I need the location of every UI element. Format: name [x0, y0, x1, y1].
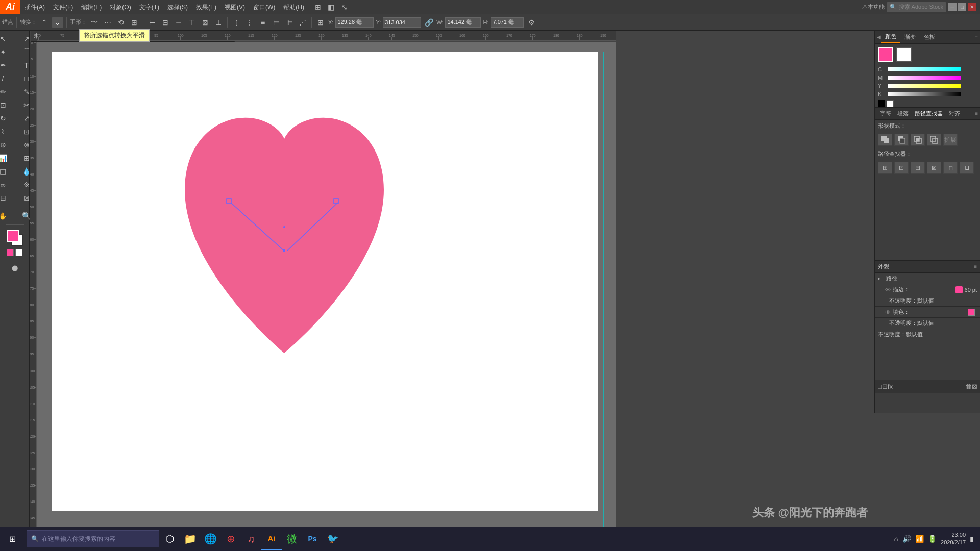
taskbar-music[interactable]: ♫ [241, 528, 261, 550]
exclude-btn[interactable] [927, 134, 941, 146]
maximize-btn[interactable]: □ [958, 3, 966, 11]
y-input[interactable] [383, 17, 421, 28]
menu-select[interactable]: 选择(S) [163, 0, 192, 14]
paintbrush-tool[interactable]: ✏ [0, 86, 14, 98]
taskbar-360[interactable]: ⊕ [220, 528, 241, 550]
panel-collapse-left[interactable]: ◀ [877, 34, 881, 40]
artboard-tool[interactable]: ⊟ [0, 192, 14, 204]
m-slider[interactable] [888, 76, 961, 80]
ap-new-icon[interactable]: □ [878, 383, 882, 390]
gradient-tool[interactable]: ◫ [0, 165, 14, 178]
win-search-box[interactable]: 🔍 在这里输入你要搜索的内容 [27, 530, 159, 547]
ap-fill-eye-icon[interactable]: 👁 [885, 309, 891, 315]
menu-effect[interactable]: 效果(E) [192, 0, 220, 14]
close-btn[interactable]: ✕ [968, 3, 976, 11]
active-stroke-swatch[interactable] [896, 47, 912, 62]
tab-char[interactable]: 字符 [877, 108, 894, 119]
ap-menu-icon[interactable]: ≡ [974, 264, 977, 269]
win-start-button[interactable]: ⊞ [0, 527, 24, 551]
sys-icon-battery[interactable]: 🔋 [928, 535, 937, 543]
ap-copy-icon[interactable]: ⊡ [882, 383, 888, 390]
w-input[interactable] [445, 17, 481, 28]
h-input[interactable] [491, 17, 524, 28]
color-mode-btn[interactable]: ⬤ [4, 262, 26, 274]
distribute-h-icon[interactable]: ⫿ [231, 17, 242, 28]
x-input[interactable] [335, 17, 374, 28]
menu-type[interactable]: 文字(T) [135, 0, 163, 14]
trim-btn[interactable]: ⊡ [894, 162, 909, 174]
blend-tool[interactable]: ∞ [0, 179, 14, 191]
tab-para[interactable]: 段落 [894, 108, 912, 119]
hand-tool[interactable]: ✋ [0, 210, 14, 222]
tab-color[interactable]: 颜色 [881, 31, 900, 43]
tab-swatches[interactable]: 色板 [920, 31, 939, 43]
ap-fill-color-dot[interactable] [968, 309, 975, 316]
minimize-btn[interactable]: ─ [948, 3, 957, 11]
menu-plugin[interactable]: 插件(A) [20, 0, 49, 14]
merge-btn[interactable]: ⊟ [911, 162, 925, 174]
menu-view[interactable]: 视图(V) [220, 0, 249, 14]
sys-icon-wifi[interactable]: 📶 [915, 535, 924, 543]
align-right-icon[interactable]: ⊣ [173, 17, 184, 28]
fill-indicator[interactable] [7, 230, 19, 242]
canvas-area[interactable] [37, 42, 616, 536]
minus-back-btn[interactable]: ⊔ [960, 162, 974, 174]
crop-btn[interactable]: ⊠ [927, 162, 941, 174]
menu-edit[interactable]: 编辑(E) [77, 0, 106, 14]
divide-btn[interactable]: ⊞ [878, 162, 892, 174]
taskbar-edge[interactable]: 🌐 [200, 528, 220, 550]
taskbar-photoshop[interactable]: Ps [302, 528, 323, 550]
stock-search[interactable]: 🔍 搜索 Adobe Stock [887, 2, 946, 12]
ap-delete-icon[interactable]: 🗑 [965, 383, 972, 390]
swatch-black[interactable] [878, 100, 885, 107]
menu-object[interactable]: 对象(O) [106, 0, 135, 14]
swatch-white[interactable] [887, 100, 894, 107]
tab-pathfinder[interactable]: 路径查找器 [912, 108, 946, 119]
distribute-v-icon[interactable]: ≡ [257, 17, 268, 28]
distribute-icon3[interactable]: ⊫ [284, 17, 295, 28]
arrangement-icon[interactable]: ⊞ [312, 2, 324, 13]
ap-eye2-icon[interactable]: fx [888, 383, 893, 390]
background-color[interactable] [15, 249, 22, 256]
handle-icon2[interactable]: ⟲ [115, 17, 127, 28]
align-bottom-icon[interactable]: ⊥ [213, 17, 224, 28]
expand-btn[interactable]: 扩展 [943, 134, 958, 146]
transform-options-icon[interactable]: ⚙ [526, 17, 537, 28]
column-graph-tool[interactable]: 📊 [0, 152, 14, 164]
magic-wand-tool[interactable]: ✦ [0, 46, 14, 58]
minus-front-btn[interactable] [894, 134, 909, 146]
sys-icon-2[interactable]: 🔊 [902, 535, 911, 543]
fill-stroke-control[interactable] [7, 230, 23, 246]
taskbar-explorer[interactable]: 📁 [180, 528, 200, 550]
transform-icon[interactable]: ⤡ [339, 2, 350, 13]
distribute-icon2[interactable]: ⊨ [271, 17, 282, 28]
eraser-tool[interactable]: ⊡ [0, 99, 14, 111]
outline-btn[interactable]: ⊓ [943, 162, 958, 174]
ap-stroke-color-dot[interactable] [955, 286, 963, 293]
distribute-center-h-icon[interactable]: ⋮ [244, 17, 255, 28]
select-tool[interactable]: ↖ [0, 33, 14, 45]
link-icon[interactable]: 🔗 [423, 17, 434, 28]
taskbar-bird[interactable]: 🐦 [323, 528, 343, 550]
none-fill-btn[interactable]: ⊘ [0, 262, 3, 274]
warp-tool[interactable]: ⌇ [0, 126, 14, 138]
align-center-v-icon[interactable]: ⊠ [200, 17, 211, 28]
y-slider[interactable] [888, 84, 961, 88]
foreground-color[interactable] [7, 249, 14, 256]
handle-icon3[interactable]: ⊞ [129, 17, 140, 28]
taskbar-task-view[interactable]: ⬡ [159, 528, 180, 550]
shape-icon[interactable]: ◧ [326, 2, 337, 13]
taskbar-illustrator[interactable]: Ai [261, 528, 282, 550]
align-top-icon[interactable]: ⊤ [186, 17, 198, 28]
menu-file[interactable]: 文件(F) [49, 0, 77, 14]
unite-btn[interactable] [878, 134, 892, 146]
c-slider[interactable] [888, 67, 961, 71]
hand-smooth-icon[interactable]: 〜 [89, 17, 100, 28]
sys-icon-1[interactable]: ⌂ [894, 535, 898, 543]
shape-builder-tool[interactable]: ⊕ [0, 139, 14, 151]
distribute-icon4[interactable]: ⋰ [297, 17, 308, 28]
intersect-btn[interactable] [911, 134, 925, 146]
menu-window[interactable]: 窗口(W) [249, 0, 279, 14]
convert-smooth-icon[interactable]: ⌄ [52, 17, 63, 28]
taskbar-wechat[interactable]: 微 [282, 528, 302, 550]
